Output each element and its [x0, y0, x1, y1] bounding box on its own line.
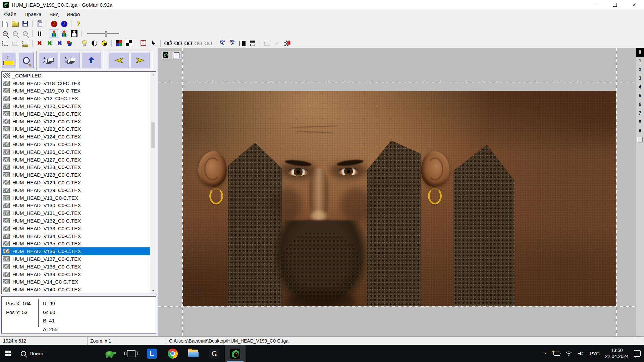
list-item[interactable]: HUM_HEAD_V121_C0-C.TEX	[2, 110, 150, 118]
mip-level-6[interactable]: 6	[636, 100, 644, 109]
slider-handle[interactable]	[105, 31, 107, 37]
sort-numeric-button[interactable]: 09	[60, 52, 79, 68]
delete-green-channel-button[interactable]: ✖	[45, 39, 54, 47]
invert-bw-button[interactable]	[124, 39, 133, 47]
list-item[interactable]: HUM_HEAD_V128_C0-C.TEX	[2, 171, 150, 179]
rotate-cw-button[interactable]: 90+↷	[218, 39, 227, 47]
taskbar-app-l[interactable]: L	[142, 345, 162, 362]
open-file-button[interactable]	[10, 20, 20, 28]
list-item[interactable]: HUM_HEAD_V135_C0-C.TEX	[2, 240, 150, 248]
list-item[interactable]: HUM_HEAD_V137_C0-C.TEX	[2, 255, 150, 263]
sort-az-button[interactable]: AZ	[39, 52, 58, 68]
list-item[interactable]: HUM_HEAD_V129_C0-C.TEX	[2, 179, 150, 186]
info-red-button[interactable]: i	[49, 20, 59, 28]
list-item[interactable]: HUM_HEAD_V126_C0-C.TEX	[2, 148, 150, 156]
channels-button[interactable]	[65, 39, 74, 47]
mip-level-0[interactable]: 0	[636, 48, 644, 57]
scroll-thumb[interactable]	[151, 122, 155, 148]
invert-color-button[interactable]	[114, 39, 123, 47]
list-item[interactable]: HUM_HEAD_V127_C0-C.TEX	[2, 156, 150, 164]
list-item[interactable]: HUM_HEAD_V129_C0-C.TEX	[2, 186, 150, 194]
hidden-icons-button[interactable]: ⌃	[541, 350, 548, 357]
taskbar-app-goman[interactable]	[225, 345, 246, 362]
list-item[interactable]: HUM_HEAD_V13_C0-C.TEX	[2, 194, 150, 202]
mip-level-9[interactable]: 9	[636, 126, 644, 135]
maximize-button[interactable]	[605, 0, 625, 9]
list-item[interactable]: HUM_HEAD_V138_C0-C.TEX	[2, 263, 150, 270]
mip-level-8[interactable]: 8	[636, 118, 644, 126]
texture-canvas[interactable]	[158, 48, 636, 336]
mip-remove-button[interactable]: -	[173, 39, 182, 47]
mip-handle[interactable]	[637, 137, 643, 142]
zoom-in-button[interactable]: +	[0, 29, 10, 38]
menu-info[interactable]: Инфо	[63, 10, 84, 18]
list-item[interactable]: HUM_HEAD_V118_C0-C.TEX	[2, 79, 150, 87]
mip-level-2[interactable]: 2	[636, 65, 644, 74]
list-item[interactable]: HUM_HEAD_V125_C0-C.TEX	[2, 140, 150, 148]
tab-image-view[interactable]	[161, 51, 170, 59]
select-ruler-button[interactable]	[20, 39, 30, 47]
list-item[interactable]: HUM_HEAD_V119_C0-C.TEX	[2, 87, 150, 95]
menu-edit[interactable]: Правка	[20, 10, 46, 18]
previous-texture-button[interactable]	[109, 52, 128, 68]
list-item[interactable]: HUM_HEAD_V131_C0-C.TEX	[2, 209, 150, 217]
tab-info-view[interactable]	[172, 51, 181, 59]
next-texture-button[interactable]	[130, 52, 150, 68]
alpha-slider[interactable]	[87, 31, 119, 36]
mip-level-1[interactable]: 1	[636, 57, 644, 65]
info-blue-button[interactable]: i	[59, 20, 69, 28]
start-button[interactable]	[0, 345, 16, 362]
file-list-scrollbar[interactable]: ▲ ▼	[150, 72, 156, 294]
list-item[interactable]: HUM_HEAD_V133_C0-C.TEX	[2, 225, 150, 232]
mip-remove-all-button[interactable]: --	[183, 39, 193, 47]
view-rgb-button[interactable]	[49, 29, 59, 38]
delete-red-channel-button[interactable]: ✖	[35, 39, 44, 47]
new-file-button[interactable]	[0, 20, 10, 28]
taskbar-file-explorer[interactable]	[183, 345, 204, 362]
mip-level-7[interactable]: 7	[636, 109, 644, 118]
list-item[interactable]: HUM_HEAD_V140_C0-C.TEX	[2, 286, 150, 293]
delete-alpha-button[interactable]	[282, 39, 292, 47]
list-item[interactable]: HUM_HEAD_V14_C0-C.TEX	[2, 278, 150, 286]
list-item[interactable]: HUM_HEAD_V134_C0-C.TEX	[2, 232, 150, 240]
view-alpha-button[interactable]	[69, 29, 79, 38]
list-item[interactable]: HUM_HEAD_V132_C0-C.TEX	[2, 217, 150, 225]
taskbar-clock[interactable]: 13:50 22.04.2024	[605, 348, 629, 359]
save-button[interactable]	[20, 20, 30, 28]
taskbar-search[interactable]: Поиск	[16, 345, 50, 362]
search-button[interactable]	[19, 52, 34, 68]
minimize-button[interactable]	[586, 0, 605, 9]
border-button[interactable]	[139, 39, 148, 47]
list-item[interactable]: HUM_HEAD_V124_C0-C.TEX	[2, 133, 150, 140]
gamma-button[interactable]	[100, 39, 109, 47]
list-item[interactable]: HUM_HEAD_V139_C0-C.TEX	[2, 270, 150, 278]
pause-button[interactable]	[35, 29, 44, 38]
delete-blue-channel-button[interactable]: ✖	[55, 39, 64, 47]
taskbar-app-g[interactable]: G	[204, 345, 225, 362]
taskbar-app-turtle[interactable]	[100, 345, 121, 362]
texture-preview[interactable]	[182, 91, 616, 306]
list-item[interactable]: HUM_HEAD_V120_C0-C.TEX	[2, 102, 150, 110]
select-rect-button[interactable]	[0, 39, 10, 47]
resize-button[interactable]	[1, 52, 16, 68]
scroll-down-arrow[interactable]: ▼	[150, 288, 156, 294]
crop-button[interactable]: ↳	[149, 39, 158, 47]
list-item[interactable]: HUM_HEAD_V122_C0-C.TEX	[2, 118, 150, 125]
paste-button[interactable]	[35, 20, 44, 28]
taskbar-app-chrome[interactable]	[162, 345, 183, 362]
mirror-vertical-button[interactable]	[248, 39, 257, 47]
menu-file[interactable]: Файл	[0, 10, 20, 18]
brightness-button[interactable]	[79, 39, 89, 47]
mip-level-4[interactable]: 4	[636, 83, 644, 92]
network-status[interactable]	[566, 350, 572, 357]
list-item[interactable]: HUM_HEAD_V123_C0-C.TEX	[2, 125, 150, 133]
rotate-ccw-button[interactable]: 90-↶	[228, 39, 237, 47]
list-item[interactable]: HUM_HEAD_V12_C0-C.TEX	[2, 95, 150, 102]
move-up-button[interactable]	[82, 52, 101, 68]
contrast-button[interactable]	[90, 39, 99, 47]
menu-view[interactable]: Вид	[46, 10, 63, 18]
scroll-up-arrow[interactable]: ▲	[150, 72, 156, 77]
close-button[interactable]: ✕	[625, 0, 644, 9]
battery-status[interactable]	[553, 350, 560, 357]
mip-level-3[interactable]: 3	[636, 74, 644, 83]
